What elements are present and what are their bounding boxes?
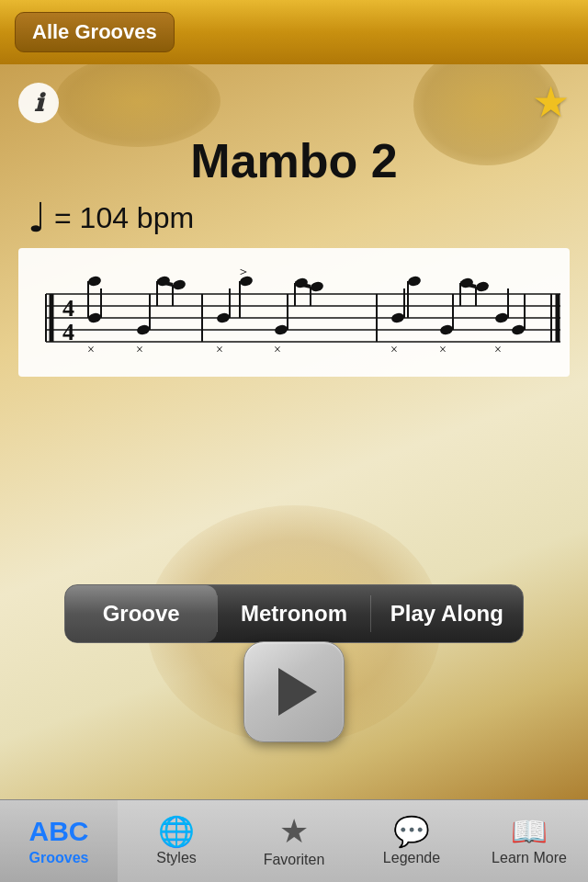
svg-text:×: × [136,343,143,356]
legende-label: Legende [383,850,440,866]
svg-point-41 [390,311,405,323]
mode-tabs: Groove Metronom Play Along [64,584,524,643]
svg-text:×: × [274,343,281,356]
favoriten-label: Favoriten [264,852,325,868]
tab-play-along[interactable]: Play Along [371,585,523,642]
svg-point-33 [274,323,288,335]
svg-text:×: × [494,343,502,356]
tab-grooves[interactable]: ABC Grooves [0,800,118,882]
tab-groove[interactable]: Groove [65,585,217,642]
top-bar: Alle Grooves [0,0,588,64]
svg-point-14 [87,311,102,323]
sheet-music: 4 4 × × [18,248,570,377]
grooves-icon: ABC [29,816,89,846]
groove-title: Mambo 2 [0,133,588,188]
staff-svg: 4 4 × × [18,248,570,377]
bpm-text: = 104 bpm [54,201,194,235]
svg-point-43 [407,275,422,287]
tab-legende[interactable]: 💬 Legende [353,800,470,882]
grooves-label: Grooves [29,850,89,866]
styles-label: Styles [156,850,197,866]
bpm-line: ♩ = 104 bpm [28,198,194,238]
main-content: ℹ ★ Mambo 2 ♩ = 104 bpm 4 4 [0,64,588,818]
svg-text:4: 4 [62,295,74,322]
svg-point-19 [136,323,151,335]
tab-styles[interactable]: 🌐 Styles [118,800,235,882]
styles-icon: 🌐 [158,817,195,846]
svg-text:＞: ＞ [237,264,250,278]
learn-more-label: Learn More [492,850,567,866]
learn-more-icon: 📖 [511,817,548,846]
svg-text:×: × [216,343,223,356]
legende-icon: 💬 [393,817,430,846]
note-symbol: ♩ [28,198,47,238]
play-button[interactable] [243,641,345,742]
svg-text:×: × [439,343,447,356]
svg-text:×: × [87,343,95,356]
svg-point-16 [87,275,102,287]
svg-point-50 [475,280,490,292]
svg-point-37 [310,280,324,292]
info-icon[interactable]: ℹ [18,83,59,123]
svg-point-56 [511,323,526,335]
favoriten-icon: ★ [279,815,309,848]
star-icon[interactable]: ★ [532,77,570,127]
svg-point-27 [216,311,231,323]
play-icon [278,668,317,716]
svg-text:×: × [390,343,398,356]
alle-grooves-button[interactable]: Alle Grooves [15,12,175,52]
svg-point-23 [172,278,187,290]
tab-metronom[interactable]: Metronom [218,585,369,642]
tab-learn-more[interactable]: 📖 Learn More [470,800,588,882]
svg-point-54 [494,311,509,323]
svg-point-46 [439,323,454,335]
tab-favoriten[interactable]: ★ Favoriten [235,800,353,882]
tab-bar: ABC Grooves 🌐 Styles ★ Favoriten 💬 Legen… [0,799,588,882]
svg-text:4: 4 [62,319,74,345]
